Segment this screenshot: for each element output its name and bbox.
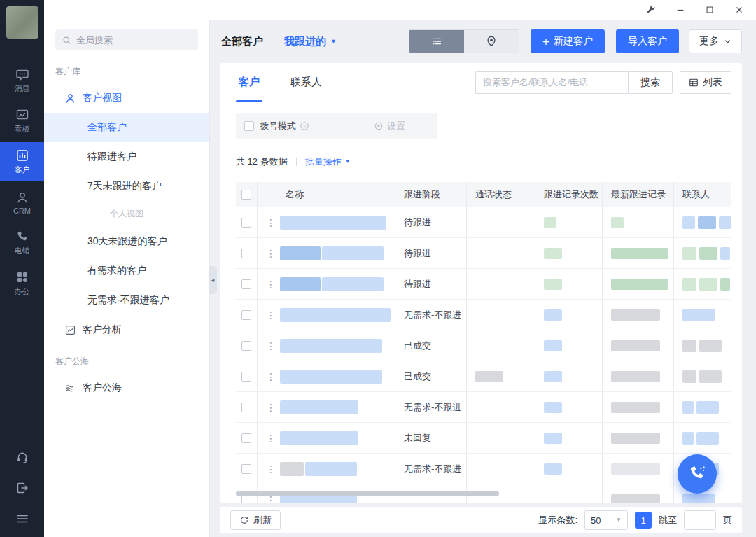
sidebar-item[interactable]: 无需求-不跟进客户 — [44, 286, 209, 315]
maximize-button[interactable] — [704, 4, 715, 15]
row-menu-icon[interactable]: ⋮ — [266, 217, 273, 228]
row-checkbox[interactable] — [241, 279, 251, 289]
rail-menu-button[interactable] — [15, 512, 29, 526]
table-row[interactable]: ⋮待跟进 — [236, 238, 732, 269]
divider-label: 个人视图 — [110, 208, 144, 220]
tools-icon[interactable] — [645, 4, 657, 15]
follow-count-cell — [536, 361, 603, 391]
scope-filter[interactable]: 我跟进的 ▼ — [284, 35, 337, 48]
redacted-block — [719, 216, 732, 229]
jump-page-input[interactable] — [684, 510, 716, 530]
scrollbar-thumb[interactable] — [236, 491, 499, 496]
row-checkbox[interactable] — [241, 372, 251, 382]
row-menu-icon[interactable]: ⋮ — [266, 433, 273, 444]
follow-count-cell — [536, 269, 603, 299]
table-row[interactable]: ⋮无需求-不跟进 — [236, 392, 732, 423]
row-checkbox[interactable] — [241, 433, 251, 443]
rail-item-telesales[interactable]: 电销 — [0, 223, 44, 263]
sidebar-item[interactable]: 全部客户 — [44, 113, 209, 142]
sidebar-item-customer-analysis[interactable]: 客户分析 — [44, 315, 209, 344]
stage-text: 待跟进 — [404, 216, 431, 229]
table-row[interactable]: ⋮待跟进 — [236, 269, 732, 300]
customer-search-input[interactable] — [475, 71, 628, 94]
list-view-toggle[interactable] — [410, 30, 464, 53]
rail-logout-button[interactable] — [15, 481, 29, 495]
sidebar-item[interactable]: 7天未跟进的客户 — [44, 172, 209, 201]
stage-cell: 已成交 — [396, 330, 467, 361]
more-button[interactable]: 更多 — [689, 29, 742, 53]
rail-service-button[interactable] — [15, 450, 29, 464]
row-menu-icon[interactable]: ⋮ — [266, 402, 273, 413]
rail-item-board[interactable]: 看板 — [0, 102, 44, 141]
table-row[interactable]: ⋮无需求-不跟进 — [236, 300, 732, 330]
rail-item-messages[interactable]: 消息 — [0, 61, 44, 100]
sidebar-item[interactable]: 待跟进客户 — [44, 142, 209, 172]
count-row: 共 12 条数据 批量操作 ▼ — [236, 155, 727, 168]
redacted-block — [475, 371, 503, 382]
minimize-button[interactable] — [675, 4, 686, 15]
name-cell: ⋮ — [258, 330, 396, 361]
sidebar-collapse-handle[interactable]: ◂ — [209, 266, 217, 294]
stage-cell: 待跟进 — [396, 207, 467, 237]
row-menu-icon[interactable]: ⋮ — [266, 309, 273, 321]
avatar[interactable] — [6, 6, 38, 39]
help-icon[interactable]: ? — [300, 121, 309, 131]
redacted-block — [699, 278, 718, 291]
row-checkbox[interactable] — [241, 403, 251, 412]
redacted-block — [280, 431, 358, 445]
row-checkbox[interactable] — [241, 341, 251, 351]
refresh-button[interactable]: 刷新 — [230, 510, 281, 530]
sidebar-item-customer-view[interactable]: 客户视图 — [44, 83, 209, 113]
row-menu-icon[interactable]: ⋮ — [266, 463, 273, 475]
select-all-checkbox[interactable] — [241, 190, 251, 200]
tab-contact[interactable]: 联系人 — [290, 63, 322, 102]
search-icon — [62, 36, 71, 45]
redacted-block — [611, 309, 660, 321]
close-button[interactable] — [734, 4, 745, 15]
row-checkbox[interactable] — [241, 218, 251, 228]
stage-text: 无需求-不跟进 — [404, 309, 461, 321]
row-menu-icon[interactable]: ⋮ — [266, 340, 273, 351]
table-row[interactable]: ⋮未回复 — [236, 423, 732, 454]
global-search-input[interactable] — [76, 35, 191, 46]
rail-item-customers[interactable]: 客户 — [0, 142, 44, 181]
table-row[interactable]: ⋮待跟进 — [236, 207, 732, 238]
row-checkbox[interactable] — [241, 310, 251, 320]
sidebar-item-customer-sea[interactable]: 客户公海 — [44, 373, 209, 403]
redacted-block — [682, 401, 694, 414]
rail-item-office[interactable]: 办公 — [0, 264, 44, 303]
table-row[interactable]: ⋮已成交 — [236, 361, 732, 392]
row-menu-icon[interactable]: ⋮ — [266, 279, 273, 290]
dial-mode-checkbox[interactable] — [244, 121, 254, 131]
list-view-icon — [430, 35, 443, 48]
sidebar-item[interactable]: 30天未跟进的客户 — [44, 227, 209, 256]
batch-actions-button[interactable]: 批量操作 ▼ — [305, 155, 351, 168]
table-row[interactable]: ⋮无需求-不跟进 — [236, 454, 732, 484]
page-number[interactable]: 1 — [635, 512, 652, 529]
rail-bottom — [15, 450, 29, 537]
list-settings-button[interactable]: 列表 — [680, 71, 732, 94]
tab-customer[interactable]: 客户 — [239, 63, 260, 102]
stage-cell: 待跟进 — [396, 269, 467, 299]
search-button[interactable]: 搜索 — [628, 71, 673, 94]
name-cell: ⋮ — [258, 392, 396, 422]
call-fab[interactable] — [678, 454, 717, 494]
per-page-select[interactable]: 50 ▼ — [584, 510, 628, 530]
chevron-down-icon: ▼ — [330, 39, 337, 45]
sidebar-item[interactable]: 有需求的客户 — [44, 256, 209, 286]
redacted-block — [611, 402, 660, 413]
create-customer-button[interactable]: + 新建客户 — [531, 29, 605, 53]
row-menu-icon[interactable]: ⋮ — [266, 248, 273, 259]
import-customer-button[interactable]: 导入客户 — [616, 29, 679, 53]
rail-item-crm[interactable]: CRM — [0, 183, 44, 222]
row-checkbox[interactable] — [241, 249, 251, 258]
table-row[interactable]: ⋮已成交 — [236, 330, 732, 361]
contacts-cell — [674, 238, 732, 268]
dial-settings-button[interactable]: 设置 — [374, 120, 405, 132]
map-view-toggle[interactable] — [464, 30, 519, 53]
dial-mode-bar: 拨号模式 ? 设置 — [236, 113, 438, 139]
row-checkbox[interactable] — [241, 464, 251, 474]
row-menu-icon[interactable]: ⋮ — [266, 371, 273, 382]
redacted-block — [611, 433, 660, 444]
map-pin-icon — [485, 35, 498, 48]
